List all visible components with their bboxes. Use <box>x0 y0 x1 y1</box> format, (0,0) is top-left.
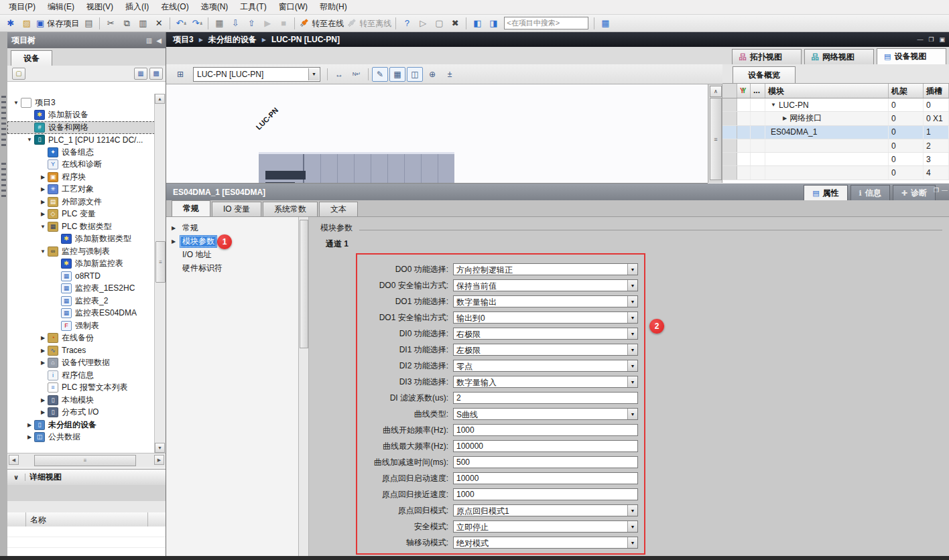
row-selector-cell[interactable] <box>722 126 737 139</box>
parameter-dropdown[interactable]: 保持当前值▼ <box>453 279 638 291</box>
tab-常规[interactable]: 常规 <box>172 200 210 216</box>
overview-column-模块[interactable]: 模块 <box>765 84 889 98</box>
expand-open-icon[interactable]: ▼ <box>25 137 34 143</box>
overview-column-插槽[interactable]: 插槽 <box>924 84 949 98</box>
panel-window-button-icon[interactable]: — <box>942 187 948 194</box>
tree-item[interactable]: ▼∞监控与强制表 <box>7 245 155 258</box>
overview-row[interactable]: 04 <box>722 166 949 180</box>
zoom-icon[interactable]: ⊕ <box>424 67 440 82</box>
tree-item[interactable]: ▼▯PLC_1 [CPU 1214C DC/... <box>7 134 155 147</box>
tree-item[interactable]: #设备和网络 <box>7 121 155 134</box>
tab-拓扑视图[interactable]: 品拓扑视图 <box>732 49 802 64</box>
chevron-down-icon[interactable]: ▼ <box>627 264 637 275</box>
tree-item[interactable]: ✱添加新数据类型 <box>7 233 155 246</box>
tab-属性[interactable]: ▤属性 <box>804 185 847 201</box>
print-icon[interactable]: ▤ <box>81 16 96 31</box>
dropdown-arrow-icon[interactable]: ± <box>184 21 186 25</box>
tree-item[interactable]: ▼▦PLC 数据类型 <box>7 220 155 233</box>
redo-icon[interactable]: ↷± <box>190 16 204 31</box>
chevron-down-icon[interactable]: ▼ <box>308 68 319 80</box>
tree-item[interactable]: F强制表 <box>7 320 155 332</box>
delete-icon[interactable]: ✕ <box>151 16 166 31</box>
chevron-down-icon[interactable]: ▼ <box>627 296 637 307</box>
window-button-icon[interactable]: — <box>917 36 923 43</box>
tree-item[interactable]: i程序信息 <box>7 369 155 382</box>
tab-devices[interactable]: 设备 <box>11 50 52 66</box>
tree-item[interactable]: ▶▤外部源文件 <box>7 196 155 208</box>
expand-closed-icon[interactable]: ▶ <box>38 174 48 180</box>
module-cell[interactable] <box>765 166 889 179</box>
tree-item[interactable]: ▦监控表_2 <box>7 295 155 307</box>
breadcrumb-part-2[interactable]: LUC-PN [LUC-PN] <box>271 35 340 44</box>
tree-item[interactable]: ≡PLC 报警文本列表 <box>7 382 155 395</box>
tree-item[interactable]: ▶▯本地模块 <box>7 394 155 407</box>
project-search-input[interactable] <box>504 17 588 29</box>
undo-icon[interactable]: ↶± <box>174 16 188 31</box>
menu-item-3[interactable]: 插入(I) <box>119 0 155 14</box>
chevron-down-icon[interactable]: ▼ <box>627 376 637 387</box>
overview-row[interactable]: ▶网络接口00 X1 <box>722 112 949 125</box>
tree-item[interactable]: ▶▯分布式 I/O <box>7 407 155 419</box>
dropdown-arrow-icon[interactable]: ± <box>200 21 202 25</box>
expand-closed-icon[interactable]: ▶ <box>172 238 180 244</box>
window-button-icon[interactable]: ▣ <box>939 36 945 43</box>
cross-references-icon[interactable]: ✖ <box>448 16 462 31</box>
parameter-input[interactable]: 500 <box>453 456 638 468</box>
expand-closed-icon[interactable]: ▶ <box>38 348 48 354</box>
chevron-down-icon[interactable]: ▼ <box>627 280 637 291</box>
upload-icon[interactable]: ⇧ <box>244 16 259 31</box>
row-selector-cell[interactable] <box>722 153 737 165</box>
parameter-dropdown[interactable]: 数字量输入▼ <box>453 376 638 388</box>
device-network-icon[interactable]: ⊞ <box>172 67 188 82</box>
nav-item-I/O 地址[interactable]: I/O 地址 <box>166 248 298 261</box>
scroll-down-icon[interactable]: ▼ <box>155 443 165 453</box>
menu-item-0[interactable]: 项目(P) <box>3 0 42 14</box>
expand-open-icon[interactable]: ▼ <box>11 100 21 106</box>
menu-item-8[interactable]: 帮助(H) <box>314 0 353 14</box>
expand-closed-icon[interactable]: ▶ <box>25 434 34 440</box>
breadcrumb-part-1[interactable]: 未分组的设备 <box>208 34 257 46</box>
overview-row[interactable]: ▼LUC-PN00 <box>722 98 949 112</box>
scroll-left-icon[interactable]: ◀ <box>9 455 19 465</box>
tree-item[interactable]: ▶⌂设备代理数据 <box>7 357 155 370</box>
properties-nav-scrollbar[interactable] <box>299 217 309 556</box>
tree-item[interactable]: ✱添加新设备 <box>7 109 155 122</box>
tab-IO 变量[interactable]: IO 变量 <box>212 202 261 216</box>
device-canvas[interactable]: LUC-PN <box>166 84 708 184</box>
expand-closed-icon[interactable]: ▶ <box>38 199 48 205</box>
chevron-down-icon[interactable]: ▼ <box>627 328 637 339</box>
chevron-down-icon[interactable]: ▼ <box>627 537 637 548</box>
portal-view-icon[interactable]: ▦ <box>598 16 613 31</box>
tree-vertical-scrollbar[interactable]: ▲ ≡ ▼ <box>154 94 166 453</box>
scroll-thumb[interactable] <box>300 220 308 348</box>
new-project-icon[interactable]: ✱ <box>3 16 18 31</box>
zoom-level-icon[interactable]: ± <box>442 67 458 82</box>
menu-item-2[interactable]: 视图(V) <box>80 0 119 14</box>
columns-icon[interactable]: ◫ <box>407 67 423 82</box>
tree-item[interactable]: ✱添加新监控表 <box>7 258 155 271</box>
tree-horizontal-scrollbar[interactable]: ◀ ≡ ▶ <box>7 453 166 467</box>
parameter-dropdown[interactable]: 立即停止▼ <box>453 520 638 533</box>
tree-item[interactable]: ▼项目3 <box>7 96 155 109</box>
cut-icon[interactable]: ✂ <box>103 16 118 31</box>
parameter-input[interactable]: 100000 <box>453 440 638 452</box>
parameter-input[interactable]: 1000 <box>453 488 638 500</box>
expand-closed-icon[interactable]: ▶ <box>38 409 48 415</box>
parameter-dropdown[interactable]: 左极限▼ <box>453 344 638 356</box>
accessible-devices-icon[interactable]: ? <box>399 16 414 31</box>
menu-item-7[interactable]: 窗口(W) <box>273 0 314 14</box>
module-cell[interactable]: ▼LUC-PN <box>765 98 889 111</box>
scroll-thumb[interactable]: ≡ <box>34 455 136 466</box>
detail-view-header[interactable]: ∨ 详细视图 <box>7 469 166 486</box>
split-vertical-icon[interactable]: ◨ <box>486 16 501 31</box>
device-module-graphic[interactable] <box>259 152 454 184</box>
chevron-up-icon[interactable]: ∧ <box>710 86 722 97</box>
canvas-overview-splitter[interactable]: ∧ ≡ <box>708 84 722 183</box>
tab-文本[interactable]: 文本 <box>319 202 358 216</box>
scroll-right-icon[interactable]: ▶ <box>154 455 164 465</box>
chevron-down-icon[interactable]: ▼ <box>627 312 637 323</box>
save-project-icon[interactable]: ▣保存项目 <box>36 16 80 31</box>
overview-row[interactable]: 03 <box>722 153 949 166</box>
overview-row[interactable]: 02 <box>722 139 949 153</box>
menu-item-6[interactable]: 工具(T) <box>234 0 272 14</box>
